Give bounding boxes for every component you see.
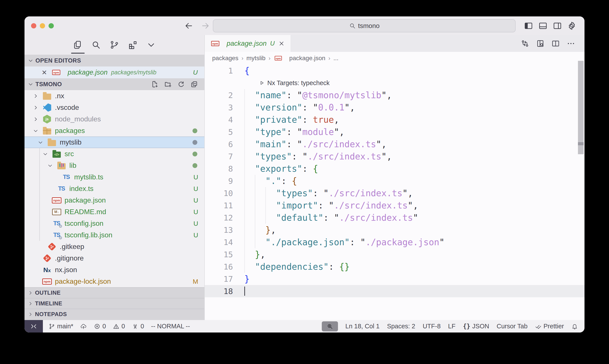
code-line-17[interactable]: 17} <box>205 273 584 285</box>
open-editor-item[interactable]: ✕ npm package.json packages/mytslib U <box>25 66 204 78</box>
tree-item-tsconfig-json[interactable]: TS⚙tsconfig.jsonU <box>25 218 204 229</box>
ports-count[interactable]: 0 <box>132 323 144 330</box>
tree-item--vscode[interactable]: .vscode <box>25 102 204 113</box>
scrollbar-thumb[interactable] <box>578 61 584 142</box>
code-line-2[interactable]: 2 "name": "@tsmono/mytslib", <box>205 89 584 101</box>
toggle-primary-sidebar-icon[interactable] <box>524 21 533 31</box>
code-editor[interactable]: 1{Nx Targets: typecheck2 "name": "@tsmon… <box>205 65 584 320</box>
tree-item-packages[interactable]: packages <box>25 125 204 136</box>
panel-header-timeline[interactable]: TIMELINE <box>25 298 204 309</box>
more-actions-icon[interactable] <box>567 39 575 48</box>
formatter[interactable]: Prettier <box>535 323 564 330</box>
compare-changes-icon[interactable] <box>521 39 529 48</box>
bell-icon <box>571 323 578 330</box>
window-control-minimize[interactable] <box>40 23 45 28</box>
code-line-6[interactable]: 6 "main": "./src/index.ts", <box>205 138 584 150</box>
close-tab-icon[interactable] <box>278 40 285 47</box>
breadcrumb-item[interactable]: packages <box>212 55 238 62</box>
new-file-icon[interactable] <box>151 80 159 88</box>
tree-item-package-json[interactable]: npmpackage.jsonU <box>25 195 204 206</box>
code-line-11[interactable]: 11 "import": "./src/index.ts", <box>205 199 584 211</box>
language-mode[interactable]: {}JSON <box>463 323 489 330</box>
branch-status[interactable]: main* <box>49 323 73 330</box>
code-line-9[interactable]: 9 ".": { <box>205 175 584 187</box>
code-line-14[interactable]: 14 "./package.json": "./package.json" <box>205 236 584 248</box>
open-editors-header[interactable]: OPEN EDITORS <box>25 55 204 66</box>
vim-mode[interactable]: -- NORMAL -- <box>151 323 190 330</box>
tree-item-package-lock-json[interactable]: npmpackage-lock.jsonM <box>25 276 204 287</box>
refresh-explorer-icon[interactable] <box>177 80 185 88</box>
code-line-15[interactable]: 15 }, <box>205 248 584 260</box>
toggle-panel-icon[interactable] <box>538 21 548 31</box>
tree-item-readme-md[interactable]: M↓README.mdU <box>25 206 204 218</box>
back-arrow-icon[interactable] <box>184 21 193 30</box>
window-control-close[interactable] <box>31 23 36 28</box>
tree-item-node-modules[interactable]: jsnode_modules <box>25 113 204 125</box>
command-center-search[interactable]: tsmono <box>213 19 516 32</box>
new-folder-icon[interactable] <box>164 80 172 88</box>
tree-item-index-ts[interactable]: TSindex.tsU <box>25 183 204 195</box>
code-line-16[interactable]: 16 "dependencies": {} <box>205 260 584 273</box>
status-text: main* <box>57 323 73 330</box>
code-line-8[interactable]: 8 "exports": { <box>205 163 584 175</box>
open-preview-icon[interactable] <box>536 39 545 48</box>
remote-indicator[interactable] <box>25 320 43 333</box>
zoom-indicator[interactable] <box>322 321 338 331</box>
code-line-12[interactable]: 12 "default": "./src/index.ts" <box>205 211 584 224</box>
chevron-right-icon[interactable] <box>33 104 42 111</box>
code-line-18[interactable]: 18 <box>205 285 584 297</box>
close-icon[interactable]: ✕ <box>41 69 47 76</box>
code-line-1[interactable]: 1{ <box>205 65 584 77</box>
search-icon[interactable] <box>91 40 101 50</box>
chevron-down-icon[interactable] <box>42 151 52 157</box>
extensions-icon[interactable] <box>128 40 138 50</box>
chevron-down-icon[interactable] <box>33 127 42 134</box>
chevron-right-icon[interactable] <box>33 92 42 100</box>
collapse-folders-icon[interactable] <box>190 80 198 88</box>
indentation[interactable]: Spaces: 2 <box>387 323 415 330</box>
codelens[interactable]: Nx Targets: typecheck <box>205 77 584 89</box>
cursor-tab[interactable]: Cursor Tab <box>497 323 527 330</box>
toggle-secondary-sidebar-icon[interactable] <box>553 21 562 31</box>
source-control-icon[interactable] <box>109 40 119 50</box>
chevron-down-icon[interactable] <box>38 139 47 146</box>
more-views-chevron-icon[interactable] <box>146 40 156 50</box>
breadcrumb-item[interactable]: package.json <box>289 55 325 62</box>
errors-count[interactable]: 0 <box>94 323 106 330</box>
eol-sequence[interactable]: LF <box>448 323 455 330</box>
code-line-7[interactable]: 7 "types": "./src/index.ts", <box>205 150 584 163</box>
warnings-count[interactable]: 0 <box>113 323 125 330</box>
settings-gear-icon[interactable] <box>567 21 577 31</box>
code-line-3[interactable]: 3 "version": "0.0.1", <box>205 101 584 114</box>
tree-item-mytslib-ts[interactable]: TSmytslib.tsU <box>25 171 204 183</box>
project-section-header[interactable]: TSMONO <box>25 78 204 90</box>
tree-item--gitignore[interactable]: .gitignore <box>25 252 204 264</box>
code-line-13[interactable]: 13 }, <box>205 224 584 236</box>
scrollbar-thumb-end[interactable] <box>578 145 584 154</box>
code-line-4[interactable]: 4 "private": true, <box>205 114 584 126</box>
tree-item--gitkeep[interactable]: .gitkeep <box>25 241 204 252</box>
cursor-position[interactable]: Ln 18, Col 1 <box>345 323 379 330</box>
tree-item-src[interactable]: </>src <box>25 148 204 160</box>
code-line-5[interactable]: 5 "type": "module", <box>205 126 584 138</box>
tree-item-nx-json[interactable]: Nxnx.json <box>25 264 204 276</box>
breadcrumb-item[interactable]: ... <box>333 55 338 62</box>
panel-header-outline[interactable]: OUTLINE <box>25 287 204 298</box>
tree-item--nx[interactable]: .nx <box>25 90 204 102</box>
encoding[interactable]: UTF-8 <box>423 323 441 330</box>
code-line-10[interactable]: 10 "types": "./src/index.ts", <box>205 187 584 199</box>
split-editor-icon[interactable] <box>551 39 560 48</box>
tab-package-json[interactable]: npm package.json U <box>205 35 290 52</box>
breadcrumb-item[interactable]: mytslib <box>246 55 266 62</box>
tree-item-tsconfig-lib-json[interactable]: TS⚙tsconfig.lib.jsonU <box>25 229 204 241</box>
sync-status[interactable] <box>80 323 87 330</box>
play-icon[interactable] <box>259 80 265 86</box>
chevron-right-icon[interactable] <box>33 116 42 123</box>
chevron-down-icon[interactable] <box>47 162 57 169</box>
tree-item-mytslib[interactable]: mytslib <box>25 136 204 148</box>
explorer-icon[interactable] <box>73 40 83 50</box>
window-control-maximize[interactable] <box>49 23 54 28</box>
tree-item-lib[interactable]: lib <box>25 160 204 171</box>
notifications-bell[interactable] <box>571 323 578 330</box>
panel-header-notepads[interactable]: NOTEPADS <box>25 309 204 319</box>
